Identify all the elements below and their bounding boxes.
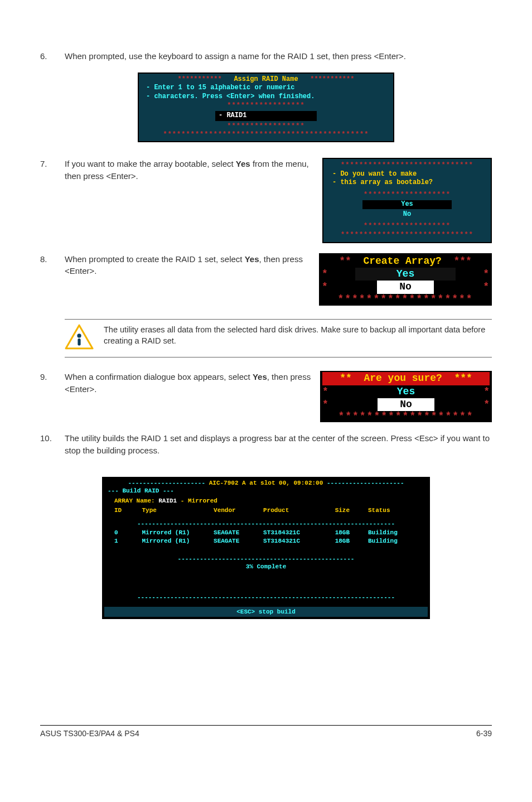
dialog-title: Create Array? <box>363 255 441 267</box>
prompt-line-1: Do you want to make <box>340 170 417 178</box>
progress-label: 3% Complete <box>104 563 428 571</box>
option-no[interactable]: No <box>328 398 483 411</box>
svg-point-0 <box>77 334 81 337</box>
step-10: 10. The utility builds the RAID 1 set an… <box>40 432 492 457</box>
option-yes[interactable]: Yes <box>355 268 456 281</box>
inner-border: ******************* <box>323 191 491 200</box>
array-label: ARRAY Name: <box>114 497 158 504</box>
prompt-line-2: this array as bootable? <box>340 178 433 186</box>
step-9: 9. When a confirmation dialogue box appe… <box>40 371 492 422</box>
input-border: ***************** <box>141 102 391 110</box>
option-no[interactable]: No <box>328 281 483 293</box>
progress-border: ----------------------------------------… <box>104 555 428 563</box>
input-border: ***************** <box>141 122 391 131</box>
section-label: --- Build RAID --- <box>104 487 428 495</box>
bootable-dialog: ***************************** - Do you w… <box>322 158 492 243</box>
warning-note: The utility erases all data from the sel… <box>65 319 492 357</box>
step-number: 6. <box>40 50 65 62</box>
border-stars: *********** <box>178 75 222 83</box>
svg-rect-1 <box>78 339 80 345</box>
table-header-row: ID Type Vendor Product Size Status <box>104 505 428 515</box>
step-number: 9. <box>40 371 65 422</box>
bottom-border: ******************* <box>322 294 489 304</box>
step-text: The utility builds the RAID 1 set and di… <box>65 432 492 457</box>
step-text: When prompted to create the RAID 1 set, … <box>65 253 310 278</box>
dialog-title: Assign RAID Name <box>234 75 298 83</box>
esc-hint: <ESC> stop build <box>104 607 428 617</box>
prompt-line-1: - <box>146 84 154 91</box>
bottom-border: ******************* <box>322 411 490 421</box>
bottom-border: ***************************** <box>323 231 491 240</box>
step-8: 8. When prompted to create the RAID 1 se… <box>40 253 492 306</box>
footer-left: ASUS TS300-E3/PA4 & PS4 <box>40 729 139 738</box>
step-7: 7. If you want to make the array bootabl… <box>40 158 492 243</box>
page-footer: ASUS TS300-E3/PA4 & PS4 6-39 <box>40 725 492 738</box>
array-name-value: RAID1 <box>158 497 177 504</box>
border-stars: ** <box>339 255 351 267</box>
create-array-dialog: ** Create Array? *** * Yes * * No * * <box>319 253 492 306</box>
raid-name-input[interactable]: - RAID1 <box>215 111 317 121</box>
controller-header: AIC-7902 A at slot 00, 09:02:00 <box>205 480 327 486</box>
border-stars: *** <box>454 373 472 384</box>
table-row: 0 Mirrored (R1) SEAGATE ST3184321C 18GB … <box>104 529 428 537</box>
option-no[interactable]: No <box>323 210 491 219</box>
top-border: ***************************** <box>323 161 491 170</box>
step-text: If you want to make the array bootable, … <box>65 158 313 182</box>
footer-right: 6-39 <box>476 729 492 738</box>
warning-text: The utility erases all data from the sel… <box>104 324 492 347</box>
step-text: When a confirmation dialogue box appears… <box>65 371 311 395</box>
table-row: 1 Mirrored (R1) SEAGATE ST3184321C 18GB … <box>104 537 428 545</box>
step-6: 6. When prompted, use the keyboard to as… <box>40 50 492 62</box>
border-stars: *** <box>453 255 471 267</box>
build-raid-screen: --------------------- AIC-7902 A at slot… <box>102 477 430 620</box>
array-type: - Mirrored <box>177 497 217 504</box>
step-number: 10. <box>40 432 65 457</box>
step-number: 8. <box>40 253 65 306</box>
warning-icon <box>65 324 94 352</box>
prompt-line-2: - <box>146 93 154 100</box>
confirm-dialog: ** Are you sure? *** * Yes * * No * * <box>320 371 492 422</box>
option-yes[interactable]: Yes <box>328 385 483 398</box>
border-stars: *********** <box>310 75 354 83</box>
step-text: When prompted, use the keyboard to assig… <box>65 50 492 62</box>
assign-raid-name-dialog: *********** Assign RAID Name ***********… <box>138 73 394 142</box>
dialog-title: Are you sure? <box>364 373 442 384</box>
step-number: 7. <box>40 158 65 243</box>
bottom-border: ****************************************… <box>141 131 391 139</box>
inner-border: ******************* <box>323 222 491 231</box>
border-stars: ** <box>340 373 352 384</box>
divider: ----------------------------------------… <box>104 593 428 601</box>
divider: ----------------------------------------… <box>104 520 428 528</box>
option-yes[interactable]: Yes <box>362 200 452 209</box>
